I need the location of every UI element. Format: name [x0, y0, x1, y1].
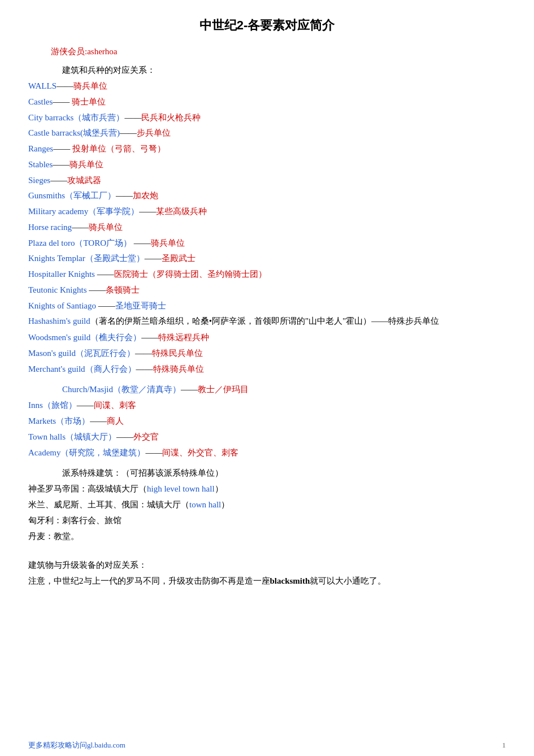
list-item: Castles—— 骑士单位 — [28, 95, 506, 109]
list-item: WALLS——骑兵单位 — [28, 79, 506, 93]
buildings-intro: 建筑和兵种的对应关系： — [62, 65, 506, 76]
list-item: Town halls（城镇大厅）——外交官 — [28, 430, 506, 444]
list-item: Ranges—— 投射单位（弓箭、弓弩） — [28, 142, 506, 156]
list-item: Castle barracks(城堡兵营)——步兵单位 — [28, 126, 506, 140]
list-item: City barracks（城市兵营）——民兵和火枪兵种 — [28, 111, 506, 125]
member-line: 游侠会员:asherhoa — [51, 46, 506, 57]
footer-page-number: 1 — [502, 741, 506, 750]
list-item: Sieges——攻城武器 — [28, 173, 506, 188]
civic-items-list: Inns（旅馆）——间谍、刺客 Markets（市场）——商人 Town hal… — [28, 398, 506, 459]
faction-items-list: 神圣罗马帝国：高级城镇大厅（high level town hall） 米兰、威… — [28, 482, 506, 543]
list-item: Woodsmen's guild（樵夫行会）——特殊远程兵种 — [28, 331, 506, 345]
faction-header: 派系特殊建筑：（可招募该派系特殊单位） — [62, 468, 506, 479]
list-item: Hashashim's guild（著名的伊斯兰暗杀组织，哈桑•阿萨辛派，首领即… — [28, 314, 506, 328]
list-item: Stables——骑兵单位 — [28, 158, 506, 172]
equipment-header: 建筑物与升级装备的对应关系： — [28, 558, 506, 572]
list-item: Hospitaller Knights ——医院骑士（罗得骑士团、圣约翰骑士团） — [28, 267, 506, 281]
list-item: Inns（旅馆）——间谍、刺客 — [28, 398, 506, 412]
list-item: Markets（市场）——商人 — [28, 414, 506, 428]
list-item: Gunsmiths（军械工厂）——加农炮 — [28, 189, 506, 203]
list-item: Plaza del toro（TORO广场） ——骑兵单位 — [28, 236, 506, 250]
list-item: 神圣罗马帝国：高级城镇大厅（high level town hall） — [28, 482, 506, 496]
list-item: Teutonic Knights ——条顿骑士 — [28, 283, 506, 297]
civic-header-line: Church/Masjid（教堂／清真寺）——教士／伊玛目 — [62, 384, 506, 395]
footer: 更多精彩攻略访问gl.baidu.com 1 — [28, 740, 506, 750]
list-item: 匈牙利：刺客行会、旅馆 — [28, 514, 506, 528]
list-item: Knights of Santiago ——圣地亚哥骑士 — [28, 299, 506, 313]
list-item: Horse racing——骑兵单位 — [28, 220, 506, 234]
list-item: Mason's guild（泥瓦匠行会）——特殊民兵单位 — [28, 346, 506, 360]
building-items-list: WALLS——骑兵单位 Castles—— 骑士单位 City barracks… — [28, 79, 506, 376]
list-item: 米兰、威尼斯、土耳其、俄国：城镇大厅（town hall） — [28, 498, 506, 512]
list-item: Military academy（军事学院）——某些高级兵种 — [28, 205, 506, 219]
page-title: 中世纪2-各要素对应简介 — [28, 17, 506, 34]
list-item: Merchant's guild（商人行会）——特殊骑兵单位 — [28, 362, 506, 376]
list-item: Knights Templar（圣殿武士堂）——圣殿武士 — [28, 251, 506, 266]
list-item: Academy（研究院，城堡建筑）——间谍、外交官、刺客 — [28, 446, 506, 460]
list-item: 丹麦：教堂。 — [28, 529, 506, 544]
footer-link[interactable]: 更多精彩攻略访问gl.baidu.com — [28, 740, 125, 750]
equipment-note: 注意，中世纪2与上一代的罗马不同，升级攻击防御不再是造一座blacksmith就… — [28, 574, 506, 588]
